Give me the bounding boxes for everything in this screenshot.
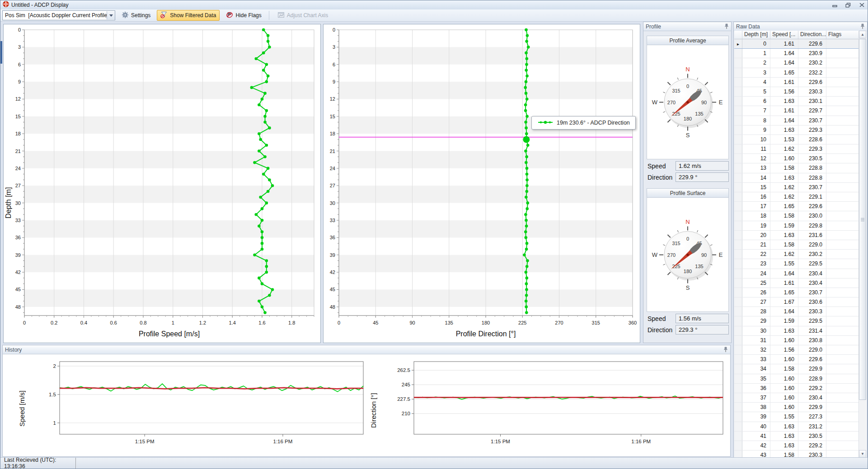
row-selector[interactable]: [734, 154, 742, 163]
cell[interactable]: [826, 231, 859, 240]
row-selector[interactable]: [734, 116, 742, 125]
cell[interactable]: 1.61: [770, 39, 798, 48]
table-row[interactable]: 281.64230.3: [734, 307, 859, 316]
table-row[interactable]: 211.58229.0: [734, 240, 859, 250]
cell[interactable]: [826, 364, 859, 373]
cell[interactable]: 34: [742, 364, 770, 373]
cell[interactable]: [826, 183, 859, 192]
cell[interactable]: 32: [742, 345, 770, 354]
cell[interactable]: 1.59: [770, 221, 798, 230]
cell[interactable]: [826, 279, 859, 288]
table-row[interactable]: 221.62230.2: [734, 250, 859, 259]
cell[interactable]: 1.65: [770, 202, 798, 211]
cell[interactable]: 21: [742, 240, 770, 249]
table-row[interactable]: 91.63229.3: [734, 125, 859, 135]
cell[interactable]: 28: [742, 307, 770, 316]
table-row[interactable]: 21.64230.2: [734, 58, 859, 68]
table-row[interactable]: 311.60230.8: [734, 336, 859, 345]
row-selector[interactable]: [734, 364, 742, 373]
cell[interactable]: [826, 307, 859, 316]
cell[interactable]: 1.63: [770, 231, 798, 240]
row-selector[interactable]: [734, 192, 742, 201]
cell[interactable]: 25: [742, 279, 770, 288]
cell[interactable]: 17: [742, 202, 770, 211]
cell[interactable]: 229.0: [798, 240, 826, 249]
cell[interactable]: 229.8: [798, 221, 826, 230]
cell[interactable]: 40: [742, 422, 770, 431]
cell[interactable]: 1.56: [770, 345, 798, 354]
table-row[interactable]: 191.59229.8: [734, 221, 859, 231]
cell[interactable]: 4: [742, 78, 770, 87]
cell[interactable]: 10: [742, 135, 770, 144]
cell[interactable]: 230.7: [798, 116, 826, 125]
table-row[interactable]: 141.63228.8: [734, 173, 859, 183]
cell[interactable]: 9: [742, 125, 770, 135]
cell[interactable]: 229.9: [798, 403, 826, 412]
history-speed-chart[interactable]: 11.521:15 PM1:16 PM: [15, 358, 368, 450]
cell[interactable]: 229.3: [798, 144, 826, 153]
cell[interactable]: 22: [742, 250, 770, 259]
cell[interactable]: [826, 192, 859, 201]
cell[interactable]: 230.5: [798, 432, 826, 441]
cell[interactable]: 7: [742, 106, 770, 115]
cell[interactable]: [826, 135, 859, 144]
cell[interactable]: 229.0: [798, 345, 826, 354]
cell[interactable]: 1.63: [770, 125, 798, 135]
vertical-scrollbar[interactable]: ▲ ▼: [859, 31, 867, 458]
cell[interactable]: 1.62: [770, 183, 798, 192]
cell[interactable]: [826, 297, 859, 306]
cell[interactable]: 229.6: [798, 202, 826, 211]
table-row[interactable]: 371.60230.4: [734, 393, 859, 403]
cell[interactable]: [826, 326, 859, 335]
cell[interactable]: 230.4: [798, 393, 826, 402]
table-row[interactable]: 231.55229.5: [734, 259, 859, 269]
cell[interactable]: [826, 125, 859, 135]
cell[interactable]: 8: [742, 116, 770, 125]
row-selector[interactable]: [734, 297, 742, 306]
row-selector[interactable]: [734, 403, 742, 412]
cell[interactable]: [826, 154, 859, 163]
row-selector[interactable]: [734, 450, 742, 458]
cell[interactable]: 1.58: [770, 450, 798, 458]
row-selector[interactable]: [734, 78, 742, 87]
table-row[interactable]: 361.60229.2: [734, 384, 859, 393]
table-row[interactable]: 411.63230.5: [734, 432, 859, 441]
cell[interactable]: 14: [742, 173, 770, 182]
row-selector[interactable]: [734, 250, 742, 259]
cell[interactable]: 1.60: [770, 384, 798, 393]
history-direction-chart[interactable]: 210227.5245262.51:15 PM1:16 PM: [367, 358, 728, 450]
cell[interactable]: 229.2: [798, 441, 826, 450]
cell[interactable]: 230.9: [798, 49, 826, 58]
row-selector[interactable]: [734, 87, 742, 96]
cell[interactable]: [826, 450, 859, 458]
cell[interactable]: 1.55: [770, 412, 798, 421]
cell[interactable]: 1.65: [770, 288, 798, 297]
scrollbar-thumb[interactable]: [859, 39, 866, 400]
cell[interactable]: 1.64: [770, 307, 798, 316]
cell[interactable]: [826, 97, 859, 106]
row-selector[interactable]: [734, 125, 742, 135]
cell[interactable]: 35: [742, 374, 770, 383]
cell[interactable]: 37: [742, 393, 770, 402]
cell[interactable]: 230.7: [798, 288, 826, 297]
cell[interactable]: 230.0: [798, 211, 826, 220]
cell[interactable]: [826, 250, 859, 259]
cell[interactable]: 1.67: [770, 297, 798, 306]
table-row[interactable]: 431.58230.3: [734, 450, 859, 458]
table-row[interactable]: 131.58228.8: [734, 163, 859, 173]
table-row[interactable]: 181.58230.0: [734, 211, 859, 221]
cell[interactable]: 230.3: [798, 450, 826, 458]
show-filtered-data-button[interactable]: Show Filtered Data: [157, 10, 220, 21]
cell[interactable]: 231.4: [798, 326, 826, 335]
cell[interactable]: 20: [742, 231, 770, 240]
cell[interactable]: 30: [742, 326, 770, 335]
table-row[interactable]: 381.60229.9: [734, 403, 859, 412]
cell[interactable]: 231.6: [798, 231, 826, 240]
device-selector[interactable]: Pos Sim [Acoustic Doppler Current Profil…: [2, 10, 115, 20]
cell[interactable]: 1.64: [770, 116, 798, 125]
cell[interactable]: 43: [742, 450, 770, 458]
cell[interactable]: 230.4: [798, 269, 826, 278]
row-selector[interactable]: [734, 58, 742, 67]
cell[interactable]: [826, 106, 859, 115]
cell[interactable]: 1.62: [770, 250, 798, 259]
